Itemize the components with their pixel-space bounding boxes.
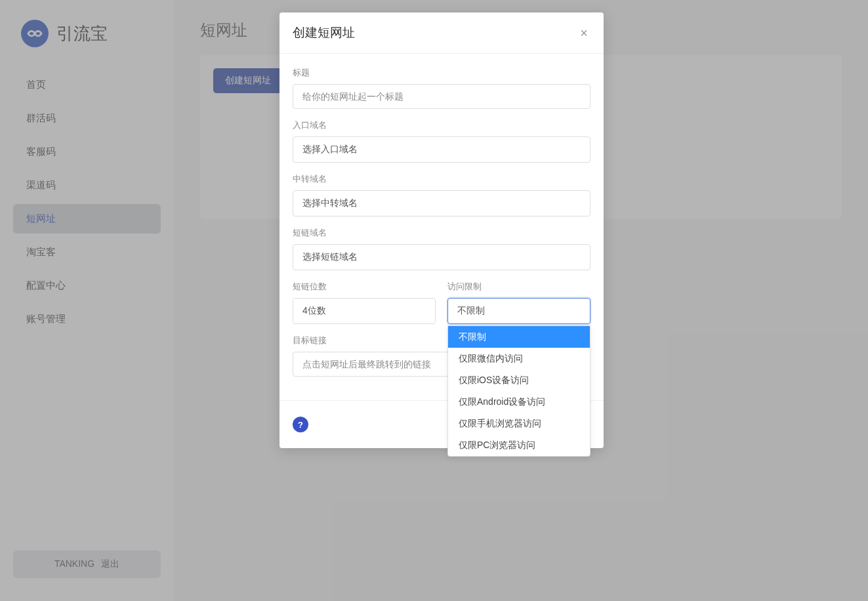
field-access-limit: 访问限制 不限制 不限制 仅限微信内访问 仅限iOS设备访问 仅限Android… (447, 281, 590, 324)
relay-domain-label: 中转域名 (293, 173, 590, 185)
modal-header: 创建短网址 × (279, 12, 604, 54)
field-relay-domain: 中转域名 选择中转域名 (293, 173, 590, 217)
access-option-mobile[interactable]: 仅限手机浏览器访问 (448, 413, 590, 434)
access-limit-select[interactable]: 不限制 (447, 298, 590, 324)
access-option-unlimited[interactable]: 不限制 (448, 326, 590, 348)
access-option-wechat[interactable]: 仅限微信内访问 (448, 348, 590, 369)
field-title: 标题 (293, 67, 590, 109)
title-label: 标题 (293, 67, 590, 79)
create-short-url-modal: 创建短网址 × 标题 入口域名 选择入口域名 中转域名 选择中转域名 短链域名 … (279, 12, 604, 448)
help-icon[interactable]: ? (293, 417, 308, 432)
access-option-ios[interactable]: 仅限iOS设备访问 (448, 369, 590, 391)
field-short-domain: 短链域名 选择短链域名 (293, 227, 590, 270)
short-digits-label: 短链位数 (293, 281, 436, 293)
access-option-android[interactable]: 仅限Android设备访问 (448, 391, 590, 413)
short-digits-select[interactable]: 4位数 (293, 298, 436, 324)
modal-body: 标题 入口域名 选择入口域名 中转域名 选择中转域名 短链域名 选择短链域名 短… (279, 54, 604, 400)
entry-domain-select[interactable]: 选择入口域名 (293, 136, 590, 163)
modal-title: 创建短网址 (293, 24, 355, 41)
field-entry-domain: 入口域名 选择入口域名 (293, 119, 590, 163)
field-short-digits: 短链位数 4位数 (293, 281, 436, 324)
title-input[interactable] (293, 84, 590, 109)
short-domain-select[interactable]: 选择短链域名 (293, 244, 590, 270)
access-option-pc[interactable]: 仅限PC浏览器访问 (448, 434, 590, 456)
close-icon[interactable]: × (577, 26, 590, 41)
short-domain-label: 短链域名 (293, 227, 590, 239)
access-limit-label: 访问限制 (447, 281, 590, 293)
access-limit-dropdown: 不限制 仅限微信内访问 仅限iOS设备访问 仅限Android设备访问 仅限手机… (447, 325, 590, 457)
entry-domain-label: 入口域名 (293, 119, 590, 131)
relay-domain-select[interactable]: 选择中转域名 (293, 190, 590, 217)
